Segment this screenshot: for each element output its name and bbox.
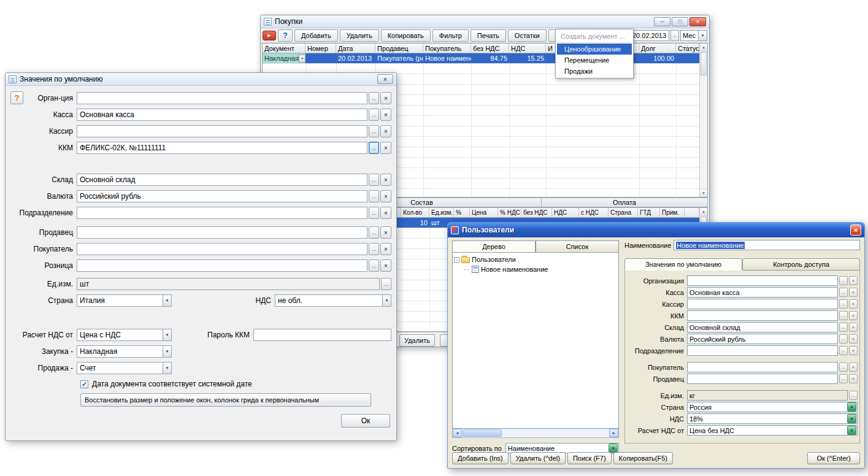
delete-button[interactable]: Удалить	[340, 29, 379, 42]
close-button[interactable]: ×	[377, 74, 393, 84]
chevron-down-icon[interactable]: ▼	[698, 31, 707, 40]
kassa-field[interactable]: Основная касса	[77, 109, 367, 121]
column-header-price[interactable]: Цена	[470, 208, 498, 218]
chevron-down-icon[interactable]: ▼	[163, 363, 171, 374]
vat-combo[interactable]: 18% ▼	[687, 413, 858, 424]
column-header-note[interactable]: Прим.	[660, 208, 685, 218]
checkbox-checked[interactable]: ✓	[80, 380, 88, 388]
country-combo[interactable]: Россия ▼	[687, 402, 858, 412]
column-header-net[interactable]: без НДС	[521, 208, 552, 218]
delete-button[interactable]: Удалить (^del)	[510, 452, 566, 464]
valuta-field[interactable]: Российский рубль	[77, 190, 367, 202]
column-header-unit[interactable]: Ед.изм.	[429, 208, 454, 218]
close-button[interactable]: ×	[850, 225, 861, 236]
browse-button[interactable]: ...	[369, 125, 379, 137]
tab-access-control[interactable]: Контроль доступа	[742, 258, 860, 271]
chevron-down-icon[interactable]: ▼	[847, 426, 856, 435]
date-picker-button[interactable]: ..	[670, 30, 679, 41]
clear-button[interactable]: ×	[380, 207, 391, 219]
ellipsis-button[interactable]: …	[839, 334, 848, 344]
sale-doc-combo[interactable]: Счет ▼	[77, 362, 172, 374]
column-header-status[interactable]: Статус	[676, 44, 699, 53]
scroll-down-icon[interactable]: ▼	[700, 189, 707, 197]
clear-button[interactable]: ×	[380, 109, 391, 121]
ellipsis-button[interactable]: …	[839, 276, 848, 285]
scrollbar-track[interactable]	[700, 76, 707, 189]
tab-oplata[interactable]: Оплата	[542, 198, 708, 207]
purchases-titlebar[interactable]: Покупки – □ ×	[261, 15, 709, 28]
vat-calc-combo[interactable]: Цена без НДС ▼	[687, 425, 858, 436]
kassir-field[interactable]	[687, 299, 838, 309]
print-button[interactable]: Печать	[470, 29, 506, 42]
pokupatel-field[interactable]	[77, 243, 367, 255]
chevron-down-icon[interactable]: ▼	[163, 346, 171, 357]
sklad-field[interactable]: Основной склад	[77, 174, 367, 186]
ellipsis-button[interactable]: …	[839, 374, 848, 383]
add-button[interactable]: Добавить	[294, 29, 338, 42]
sklad-field[interactable]: Основной склад	[687, 322, 838, 332]
podrazdelenie-field[interactable]	[687, 345, 838, 356]
browse-button-focused[interactable]: ...	[369, 142, 379, 154]
browse-button[interactable]: ...	[369, 226, 379, 239]
menu-item-transfer[interactable]: Перемещение	[557, 55, 632, 66]
clear-button[interactable]: ×	[380, 174, 391, 186]
kkm-password-field[interactable]	[253, 329, 391, 341]
clear-button[interactable]: ×	[849, 346, 858, 355]
chevron-down-icon[interactable]: ▼	[382, 295, 391, 306]
filter-button[interactable]: Фильтр	[432, 29, 469, 42]
clear-button[interactable]: ×	[380, 125, 391, 137]
column-header-qty[interactable]: Кол-во	[401, 208, 429, 218]
browse-button[interactable]: ...	[369, 92, 379, 104]
column-header-date[interactable]: Дата	[336, 44, 375, 53]
scrollbar-track[interactable]	[502, 429, 609, 437]
column-header-vat[interactable]: НДС	[509, 44, 546, 53]
kassir-field[interactable]	[77, 125, 367, 137]
copy-button[interactable]: Копировать(F5)	[613, 452, 673, 464]
menu-item-sales[interactable]: Продажи	[557, 66, 632, 77]
users-titlebar[interactable]: Пользователи ×	[448, 223, 864, 237]
ellipsis-button[interactable]: …	[839, 311, 848, 320]
scroll-right-icon[interactable]: ►	[609, 429, 618, 437]
column-header-pct[interactable]: %	[454, 208, 470, 218]
vat-calc-combo[interactable]: Цена с НДС ▼	[77, 329, 172, 341]
clear-button[interactable]: ×	[849, 363, 858, 372]
organization-field[interactable]	[77, 92, 367, 104]
browse-button[interactable]: ...	[369, 259, 379, 272]
browse-button[interactable]: ...	[369, 207, 379, 219]
period-combo[interactable]: Мес ▼	[680, 30, 707, 41]
pokupatel-field[interactable]	[687, 362, 838, 372]
search-button[interactable]: Поиск (F7)	[567, 452, 612, 464]
clear-button[interactable]: ×	[849, 323, 858, 332]
browse-button[interactable]: ...	[369, 190, 379, 202]
browse-button[interactable]: ...	[369, 243, 379, 255]
help-button[interactable]: ?	[278, 29, 293, 42]
stock-button[interactable]: Остатки	[508, 29, 547, 42]
tab-tree[interactable]: Дерево	[452, 240, 536, 253]
tab-defaults[interactable]: Значения по умолчанию	[624, 258, 742, 271]
chevron-down-icon[interactable]: ▼	[299, 55, 305, 63]
column-header-vat[interactable]: НДС	[552, 208, 579, 218]
valuta-field[interactable]: Российский рубль	[687, 334, 838, 344]
ellipsis-button[interactable]: …	[839, 363, 848, 372]
clear-button[interactable]: ×	[849, 334, 858, 344]
prodavec-field[interactable]	[687, 374, 838, 384]
clear-button[interactable]: ×	[849, 276, 858, 285]
clear-button[interactable]: ×	[380, 142, 391, 154]
kassa-field[interactable]: Основная касса	[687, 287, 838, 298]
ellipsis-button[interactable]: …	[849, 391, 858, 400]
ellipsis-button[interactable]: …	[839, 323, 848, 332]
date-field[interactable]: 20.02.2013	[630, 30, 669, 41]
browse-button[interactable]: ...	[369, 109, 379, 121]
chevron-down-icon[interactable]: ▼	[847, 414, 856, 423]
clear-button[interactable]: ×	[849, 288, 858, 297]
name-field[interactable]: Новое наименование	[674, 240, 860, 250]
column-header-net[interactable]: без НДС	[471, 44, 509, 53]
column-header-vat-pct[interactable]: % НДС	[498, 208, 521, 218]
maximize-button[interactable]: □	[672, 17, 688, 26]
defaults-titlebar[interactable]: Значения по умолчанию ×	[6, 73, 396, 86]
unit-field[interactable]: шт	[77, 278, 380, 290]
column-header-gtd[interactable]: ГТД	[638, 208, 660, 218]
document-cell[interactable]: Накладная▼	[263, 53, 305, 63]
chevron-down-icon[interactable]: ▼	[609, 443, 618, 453]
clear-button[interactable]: ×	[380, 92, 391, 104]
